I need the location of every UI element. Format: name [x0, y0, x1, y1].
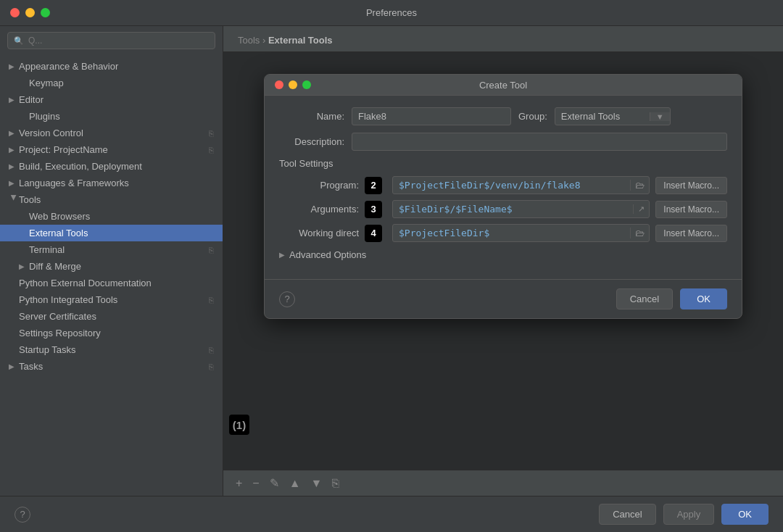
arguments-label: Arguments:	[279, 204, 359, 215]
arguments-row: Arguments: 3 ↗ Insert Macro...	[279, 200, 727, 218]
sidebar-item-terminal[interactable]: Terminal⎘	[0, 241, 223, 258]
modal-help-button[interactable]: ?	[279, 291, 295, 307]
advanced-options-toggle[interactable]: ▶ Advanced Options	[279, 249, 727, 260]
sidebar-item-label: Version Control	[19, 128, 83, 138]
copy-icon: ⎘	[209, 346, 214, 354]
arrow-icon: ▶	[10, 195, 18, 205]
sidebar-item-tasks[interactable]: ▶Tasks⎘	[0, 358, 223, 375]
sidebar-item-externaltools[interactable]: External Tools	[0, 225, 223, 241]
program-insert-macro-button[interactable]: Insert Macro...	[655, 177, 727, 194]
cancel-button[interactable]: Cancel	[599, 504, 655, 525]
sidebar-item-label: External Tools	[29, 228, 88, 238]
arrow-icon: ▶	[9, 179, 19, 187]
sidebar-item-project[interactable]: ▶Project: ProjectName⎘	[0, 141, 223, 158]
name-input[interactable]	[352, 107, 511, 125]
sidebar-item-label: Tasks	[19, 361, 43, 372]
arrow-icon: ▶	[9, 96, 19, 104]
sidebar-item-editor[interactable]: ▶Editor	[0, 91, 223, 108]
sidebar-item-label: Settings Repository	[19, 328, 101, 338]
modal-maximize-button[interactable]	[302, 80, 311, 89]
program-folder-icon[interactable]: 🗁	[630, 180, 649, 191]
search-box[interactable]: 🔍	[7, 32, 215, 49]
sidebar-item-webbrowsers[interactable]: Web Browsers	[0, 208, 223, 225]
arguments-browse-icon[interactable]: ↗	[633, 204, 649, 214]
sidebar-item-pythontools[interactable]: Python Integrated Tools⎘	[0, 291, 223, 308]
arguments-input[interactable]	[393, 201, 633, 217]
modal-close-button[interactable]	[275, 80, 283, 89]
sidebar-item-label: Startup Tasks	[19, 344, 76, 355]
modal-minimize-button[interactable]	[289, 80, 297, 89]
sidebar-item-label: Terminal	[29, 244, 65, 255]
sidebar-item-servercerts[interactable]: Server Certificates	[0, 308, 223, 325]
sidebar-item-label: Appearance & Behavior	[19, 61, 118, 72]
search-icon: 🔍	[14, 36, 24, 46]
sidebar-item-appearance[interactable]: ▶Appearance & Behavior	[0, 58, 223, 75]
sidebar-item-label: Tools	[19, 194, 41, 205]
working-dir-folder-icon[interactable]: 🗁	[630, 228, 649, 238]
modal-body: Name: Group: External Tools ▼	[265, 96, 742, 279]
sidebar-item-label: Diff & Merge	[29, 261, 81, 272]
arguments-badge: 3	[365, 201, 382, 218]
arrow-icon: ▶	[9, 146, 19, 154]
description-input[interactable]	[352, 133, 727, 151]
move-down-button[interactable]: ▼	[307, 475, 326, 491]
sidebar-item-label: Web Browsers	[29, 211, 90, 222]
sidebar-item-build[interactable]: ▶Build, Execution, Deployment	[0, 158, 223, 175]
sidebar-item-startuptasks[interactable]: Startup Tasks⎘	[0, 341, 223, 358]
ok-button[interactable]: OK	[721, 504, 768, 525]
arguments-insert-macro-button[interactable]: Insert Macro...	[655, 201, 727, 218]
working-dir-badge: 4	[365, 225, 382, 242]
modal-window-controls	[275, 80, 311, 89]
sidebar-item-label: Languages & Frameworks	[19, 178, 129, 188]
copy-icon: ⎘	[209, 362, 214, 371]
modal-footer: ? Cancel OK	[265, 279, 742, 318]
close-button[interactable]	[10, 8, 20, 17]
sidebar-item-plugins[interactable]: Plugins	[0, 108, 223, 125]
modal-ok-button[interactable]: OK	[680, 288, 727, 309]
maximize-button[interactable]	[41, 8, 50, 17]
copy-tool-button[interactable]: ⎘	[328, 475, 343, 491]
arrow-icon: ▶	[9, 129, 19, 137]
sidebar-item-label: Build, Execution, Deployment	[19, 161, 142, 172]
move-up-button[interactable]: ▲	[286, 475, 304, 491]
search-input[interactable]	[28, 36, 209, 46]
sidebar-item-keymap[interactable]: Keymap	[0, 75, 223, 91]
sidebar-item-label: Plugins	[29, 111, 60, 122]
program-input[interactable]	[393, 177, 630, 194]
working-dir-label: Working direct	[279, 228, 359, 238]
breadcrumb-tools[interactable]: Tools	[238, 35, 260, 46]
sidebar-item-settingsrepo[interactable]: Settings Repository	[0, 325, 223, 341]
help-button[interactable]: ?	[14, 507, 30, 523]
tool-settings-label: Tool Settings	[279, 158, 727, 169]
name-label: Name:	[279, 111, 344, 122]
advanced-options-label: Advanced Options	[289, 249, 366, 260]
sidebar-item-label: Python Integrated Tools	[19, 294, 117, 305]
sidebar-item-diffmerge[interactable]: ▶Diff & Merge	[0, 258, 223, 275]
modal-overlay: Create Tool Name: Group: External Tools	[223, 52, 783, 470]
sidebar-item-versioncontrol[interactable]: ▶Version Control⎘	[0, 125, 223, 141]
working-dir-insert-macro-button[interactable]: Insert Macro...	[655, 225, 727, 242]
sidebar-item-label: Python External Documentation	[19, 278, 152, 288]
window-controls	[10, 8, 50, 17]
breadcrumb-separator: ›	[262, 35, 268, 46]
apply-button[interactable]: Apply	[663, 504, 715, 525]
add-tool-button[interactable]: +	[232, 475, 246, 491]
sidebar-item-tools[interactable]: ▶Tools	[0, 191, 223, 208]
window-title: Preferences	[366, 7, 417, 18]
minimize-button[interactable]	[25, 8, 35, 17]
sidebar-item-label: Keymap	[29, 78, 64, 88]
program-input-wrap: 🗁	[392, 176, 650, 194]
toolbar-strip: + − ✎ ▲ ▼ ⎘	[223, 470, 783, 496]
working-dir-input[interactable]	[393, 225, 630, 241]
group-select-wrap[interactable]: External Tools ▼	[555, 107, 671, 125]
group-dropdown-arrow[interactable]: ▼	[650, 112, 670, 121]
modal-cancel-button[interactable]: Cancel	[616, 288, 673, 309]
group-select[interactable]: External Tools	[555, 108, 650, 125]
description-row: Description:	[279, 133, 727, 151]
copy-icon: ⎘	[209, 246, 214, 254]
remove-tool-button[interactable]: −	[249, 475, 262, 491]
modal-title-bar: Create Tool	[265, 75, 742, 96]
sidebar-item-languages[interactable]: ▶Languages & Frameworks	[0, 175, 223, 191]
sidebar-item-pythonextdoc[interactable]: Python External Documentation	[0, 275, 223, 291]
edit-tool-button[interactable]: ✎	[266, 475, 283, 491]
